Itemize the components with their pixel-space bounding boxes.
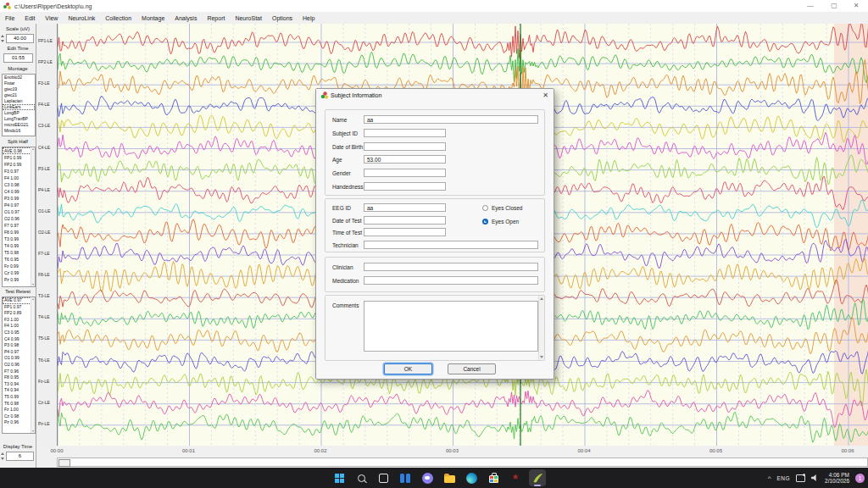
list-item[interactable]: Fistar — [3, 80, 35, 86]
channel-label: C3-LE — [38, 123, 50, 128]
channel-label: T5-LE — [38, 336, 50, 341]
comments-textarea[interactable] — [364, 301, 538, 352]
speaker-icon[interactable] — [811, 474, 819, 481]
menu-montage[interactable]: Montage — [136, 15, 170, 21]
time-of-test-field[interactable] — [364, 228, 446, 236]
time-tick-label: 00:00 — [45, 448, 69, 453]
display-time-input[interactable]: 6 — [6, 452, 34, 461]
list-item[interactable]: LongTranBP — [3, 116, 35, 122]
minimize-button[interactable]: — — [800, 0, 821, 12]
channel-label: FP2-LE — [38, 59, 53, 64]
handedness-field[interactable] — [364, 182, 446, 191]
channel-label: O1-LE — [38, 208, 50, 214]
channel-label: C4-LE — [38, 145, 50, 150]
age-field[interactable]: 53.00 — [364, 155, 446, 164]
time-tick-label: 00:06 — [836, 448, 860, 453]
start-icon[interactable] — [331, 469, 348, 486]
store-icon[interactable] — [485, 469, 502, 486]
split-half-list: AVE 0.98FP1 0.99FP2 0.99F3 0.97F4 1.00C3… — [2, 147, 36, 287]
list-item[interactable]: LongBP — [3, 110, 35, 116]
time-tick-label: 00:01 — [177, 448, 201, 453]
scale-input[interactable]: 40.00 — [6, 34, 34, 43]
date-of-birth-field[interactable] — [364, 142, 446, 151]
scale-stepper[interactable] — [1, 34, 5, 43]
horizontal-scrollbar[interactable] — [57, 458, 868, 467]
clinician-field[interactable] — [364, 263, 538, 271]
dialog-buttons: OK Cancel — [316, 363, 554, 375]
channel-label: F4-LE — [38, 102, 50, 107]
file-explorer-icon[interactable] — [441, 469, 458, 486]
subject-id-field[interactable] — [364, 129, 446, 137]
medication-field[interactable] — [364, 276, 538, 285]
ok-button[interactable]: OK — [384, 363, 432, 374]
spider-app-icon[interactable]: * — [507, 469, 524, 486]
search-icon[interactable] — [353, 469, 370, 486]
menu-collection[interactable]: Collection — [100, 15, 136, 21]
field-label: Gender — [332, 170, 351, 176]
list-item[interactable]: microEEG21 — [3, 122, 35, 128]
list-item[interactable]: gtec21 — [3, 92, 35, 98]
date-of-test-field[interactable] — [364, 216, 446, 225]
field-label: Clinician — [332, 264, 353, 270]
technician-field[interactable] — [364, 241, 538, 249]
tray-date: 2/10/2026 — [825, 478, 849, 485]
menu-report[interactable]: Report — [202, 15, 230, 21]
menu-options[interactable]: Options — [267, 15, 298, 21]
menu-help[interactable]: Help — [298, 15, 320, 21]
scrollbar-thumb[interactable] — [58, 459, 70, 467]
gender-field[interactable] — [364, 169, 446, 177]
time-tick-label: 00:04 — [572, 448, 596, 453]
field-label: EEG ID — [332, 205, 351, 211]
notification-badge[interactable]: 1 — [855, 474, 865, 483]
test-retest-scrollbar[interactable] — [31, 297, 35, 433]
list-item[interactable]: Mindo16 — [3, 128, 35, 134]
dialog-close-icon[interactable]: ✕ — [542, 92, 548, 99]
edit-time-input[interactable]: 01:55 — [3, 53, 33, 63]
list-item[interactable]: gtec19 — [3, 86, 35, 92]
menu-analysis[interactable]: Analysis — [170, 15, 202, 21]
name-field[interactable]: aa — [364, 115, 538, 124]
channel-label: P4-LE — [38, 187, 50, 192]
display-time-label: Display Time — [0, 444, 36, 449]
eeg-id-field[interactable]: aa — [364, 203, 446, 212]
clock[interactable]: 4:06 PM 2/10/2026 — [825, 472, 849, 485]
list-item[interactable]: Laplacian — [3, 98, 35, 104]
time-tick-label: 00:02 — [309, 448, 332, 453]
menu-file[interactable]: File — [0, 15, 19, 21]
taskbar: * ^ ENG 4:06 PM 2/10/2026 1 — [0, 468, 868, 488]
close-button[interactable]: ✕ — [846, 0, 866, 12]
edge-icon[interactable] — [463, 469, 480, 486]
field-label: Time of Test — [332, 230, 362, 236]
dialog-icon — [320, 92, 328, 99]
display-time-stepper[interactable] — [1, 452, 5, 461]
tray-time: 4:06 PM — [825, 472, 849, 479]
maximize-button[interactable]: ▢ — [824, 0, 844, 12]
task-view-icon[interactable] — [375, 469, 392, 486]
panels-app-icon[interactable] — [397, 469, 414, 486]
list-item[interactable]: LinkEars — [3, 104, 35, 110]
identity-group: NameaaSubject IDDate of BirthAge53.00Gen… — [325, 109, 545, 196]
cancel-button[interactable]: Cancel — [448, 363, 496, 374]
menu-neurostat[interactable]: NeuroStat — [230, 15, 267, 21]
chat-icon[interactable] — [419, 469, 436, 486]
time-tick-label: 00:03 — [441, 448, 465, 453]
channel-label: Cz-LE — [38, 400, 50, 405]
language-indicator[interactable]: ENG — [776, 475, 790, 481]
list-item[interactable]: Enobio32 — [3, 75, 35, 80]
tray-chevron-icon[interactable]: ^ — [768, 474, 771, 482]
comments-scrollbar[interactable] — [538, 296, 544, 360]
dialog-title: Subject Information — [331, 92, 381, 98]
montage-label: Montage — [0, 66, 36, 71]
neuro-app-icon[interactable] — [529, 469, 546, 486]
display-icon[interactable] — [796, 474, 805, 482]
channel-label: F3-LE — [38, 80, 50, 86]
field-label: Subject ID — [332, 130, 358, 136]
menu-neurolink[interactable]: NeuroLink — [63, 15, 100, 21]
menu-view[interactable]: View — [40, 15, 63, 21]
menu-edit[interactable]: Edit — [19, 15, 40, 21]
field-label: Medication — [332, 278, 359, 284]
system-tray: ^ ENG 4:06 PM 2/10/2026 1 — [768, 469, 865, 487]
montage-list: Enobio32Fistargtec19gtec21LaplacianLinkE… — [2, 74, 36, 136]
split-half-scrollbar[interactable] — [31, 147, 35, 286]
dialog-title-bar[interactable]: Subject Information ✕ — [316, 89, 554, 103]
